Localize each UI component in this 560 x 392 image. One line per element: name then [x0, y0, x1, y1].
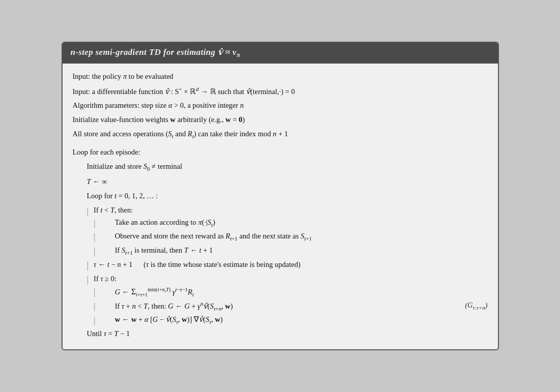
if-tau-n: (Gτ:τ+n) If τ + n < T, then: G ← G + γnv…: [101, 299, 488, 314]
G-sum: G ← Σi=τ+1min(τ+n,T) γi−τ−1Ri: [101, 285, 488, 299]
algorithm-title: n-step semi-gradient TD for estimating v…: [63, 43, 498, 63]
w-update-line: | w ← w + α [G − v̂(Sτ, w)] ∇v̂(Sτ, w): [94, 314, 487, 328]
observe-line: | Observe and store the next reward as R…: [94, 230, 487, 245]
bar-2c: |: [94, 245, 96, 259]
algorithm-box: n-step semi-gradient TD for estimating v…: [62, 42, 499, 350]
algorithm-body: Input: the policy π to be evaluated Inpu…: [63, 64, 498, 349]
title-n: n: [71, 47, 76, 57]
if-t-lt-T: If t < T, then:: [94, 204, 487, 217]
tau-line: | τ ← t − n + 1 (τ is the time whose sta…: [73, 259, 488, 273]
input-line-1: Input: the policy π to be evaluated: [73, 71, 488, 83]
tau-assign: τ ← t − n + 1 (τ is the time whose state…: [94, 259, 487, 271]
bar-if-tau: |: [87, 273, 89, 287]
input-line-2: Input: a differentiable function v̂ : S+…: [73, 85, 488, 98]
w-update: w ← w + α [G − v̂(Sτ, w)] ∇v̂(Sτ, w): [101, 314, 488, 327]
if-tau-line: | If τ ≥ 0: | G ← Σi=τ+1min(τ+n,T) γi−τ−…: [73, 273, 488, 328]
take-action-line: | Take an action according to π(·|St): [94, 217, 487, 231]
if-tau-n-line: | (Gτ:τ+n) If τ + n < T, then: G ← G + γ…: [94, 299, 487, 314]
loop-t-header: Loop for t = 0, 1, 2, … :: [73, 190, 488, 202]
until-line: Until τ = T − 1: [73, 328, 488, 340]
t-arrow-inf: T ← ∞: [73, 176, 488, 188]
if-terminal: If St+1 is terminal, then T ← t + 1: [101, 245, 488, 258]
input-line-4: Initialize value-function weights w arbi…: [73, 114, 488, 126]
G-sum-line: | G ← Σi=τ+1min(τ+n,T) γi−τ−1Ri: [94, 285, 487, 299]
bar-2a: |: [94, 217, 96, 231]
input-line-5: All store and access operations (St and …: [73, 128, 488, 141]
bar-2b: |: [94, 230, 96, 245]
take-action: Take an action according to π(·|St): [101, 217, 488, 230]
loop-header: Loop for each episode:: [73, 146, 488, 159]
input-line-3: Algorithm parameters: step size α > 0, a…: [73, 100, 488, 112]
bar-1: |: [87, 204, 89, 219]
init-s0: Initialize and store S0 ≠ terminal: [73, 161, 488, 174]
bar-G1: |: [94, 285, 96, 299]
title-math: v̂ ≈ vπ: [218, 47, 240, 57]
if-t-lt-T-line: | If t < T, then: | Take an action accor…: [73, 204, 488, 259]
right-note: (Gτ:τ+n): [465, 299, 487, 313]
bar-tau: |: [87, 259, 89, 273]
observe-store: Observe and store the next reward as Rt+…: [101, 230, 488, 244]
bar-G3: |: [94, 314, 96, 328]
if-terminal-line: | If St+1 is terminal, then T ← t + 1: [94, 245, 487, 259]
if-tau: If τ ≥ 0:: [94, 273, 487, 285]
bar-G2: |: [94, 299, 96, 314]
title-text: -step semi-gradient TD for estimating: [75, 47, 218, 57]
